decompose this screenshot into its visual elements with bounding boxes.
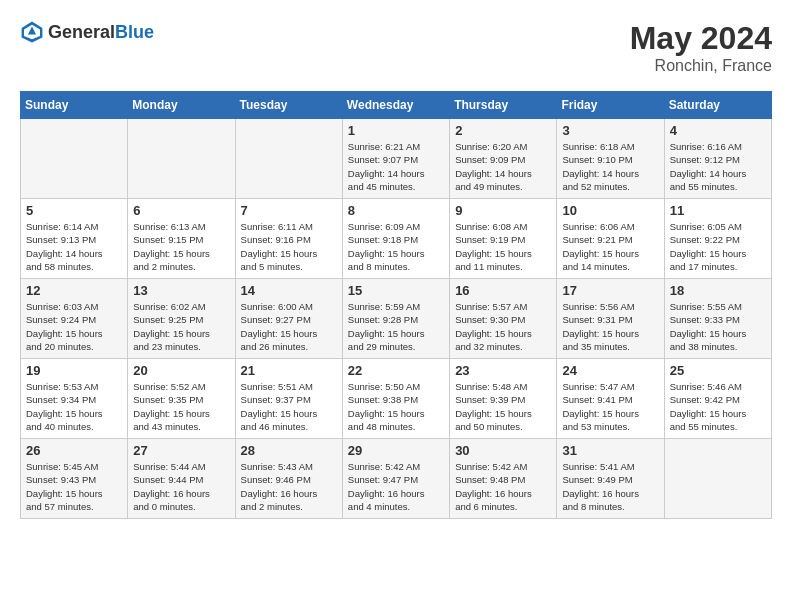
logo-icon bbox=[20, 20, 44, 44]
day-number: 20 bbox=[133, 363, 229, 378]
day-info: Sunrise: 6:03 AM Sunset: 9:24 PM Dayligh… bbox=[26, 300, 122, 353]
calendar-cell: 4Sunrise: 6:16 AM Sunset: 9:12 PM Daylig… bbox=[664, 119, 771, 199]
day-number: 24 bbox=[562, 363, 658, 378]
calendar-cell: 23Sunrise: 5:48 AM Sunset: 9:39 PM Dayli… bbox=[450, 359, 557, 439]
day-number: 1 bbox=[348, 123, 444, 138]
day-info: Sunrise: 6:14 AM Sunset: 9:13 PM Dayligh… bbox=[26, 220, 122, 273]
calendar-cell: 13Sunrise: 6:02 AM Sunset: 9:25 PM Dayli… bbox=[128, 279, 235, 359]
day-info: Sunrise: 5:59 AM Sunset: 9:28 PM Dayligh… bbox=[348, 300, 444, 353]
day-info: Sunrise: 5:56 AM Sunset: 9:31 PM Dayligh… bbox=[562, 300, 658, 353]
day-number: 17 bbox=[562, 283, 658, 298]
calendar-cell: 30Sunrise: 5:42 AM Sunset: 9:48 PM Dayli… bbox=[450, 439, 557, 519]
day-info: Sunrise: 6:20 AM Sunset: 9:09 PM Dayligh… bbox=[455, 140, 551, 193]
day-info: Sunrise: 5:51 AM Sunset: 9:37 PM Dayligh… bbox=[241, 380, 337, 433]
header-day-sunday: Sunday bbox=[21, 92, 128, 119]
day-number: 23 bbox=[455, 363, 551, 378]
day-number: 7 bbox=[241, 203, 337, 218]
day-number: 29 bbox=[348, 443, 444, 458]
calendar-cell: 10Sunrise: 6:06 AM Sunset: 9:21 PM Dayli… bbox=[557, 199, 664, 279]
day-number: 12 bbox=[26, 283, 122, 298]
header-day-wednesday: Wednesday bbox=[342, 92, 449, 119]
day-info: Sunrise: 6:08 AM Sunset: 9:19 PM Dayligh… bbox=[455, 220, 551, 273]
day-info: Sunrise: 5:42 AM Sunset: 9:47 PM Dayligh… bbox=[348, 460, 444, 513]
calendar-cell: 26Sunrise: 5:45 AM Sunset: 9:43 PM Dayli… bbox=[21, 439, 128, 519]
calendar-cell bbox=[21, 119, 128, 199]
day-number: 8 bbox=[348, 203, 444, 218]
header-day-friday: Friday bbox=[557, 92, 664, 119]
logo: GeneralBlue bbox=[20, 20, 154, 44]
day-number: 30 bbox=[455, 443, 551, 458]
day-number: 22 bbox=[348, 363, 444, 378]
day-number: 27 bbox=[133, 443, 229, 458]
calendar-cell: 5Sunrise: 6:14 AM Sunset: 9:13 PM Daylig… bbox=[21, 199, 128, 279]
calendar-cell bbox=[235, 119, 342, 199]
day-info: Sunrise: 6:21 AM Sunset: 9:07 PM Dayligh… bbox=[348, 140, 444, 193]
day-number: 5 bbox=[26, 203, 122, 218]
day-info: Sunrise: 6:13 AM Sunset: 9:15 PM Dayligh… bbox=[133, 220, 229, 273]
calendar-cell: 17Sunrise: 5:56 AM Sunset: 9:31 PM Dayli… bbox=[557, 279, 664, 359]
day-number: 11 bbox=[670, 203, 766, 218]
calendar-cell: 6Sunrise: 6:13 AM Sunset: 9:15 PM Daylig… bbox=[128, 199, 235, 279]
day-number: 13 bbox=[133, 283, 229, 298]
day-info: Sunrise: 6:06 AM Sunset: 9:21 PM Dayligh… bbox=[562, 220, 658, 273]
title-block: May 2024 Ronchin, France bbox=[630, 20, 772, 75]
day-number: 14 bbox=[241, 283, 337, 298]
day-number: 9 bbox=[455, 203, 551, 218]
day-number: 26 bbox=[26, 443, 122, 458]
calendar-cell: 9Sunrise: 6:08 AM Sunset: 9:19 PM Daylig… bbox=[450, 199, 557, 279]
day-number: 28 bbox=[241, 443, 337, 458]
calendar-cell: 2Sunrise: 6:20 AM Sunset: 9:09 PM Daylig… bbox=[450, 119, 557, 199]
calendar-cell: 27Sunrise: 5:44 AM Sunset: 9:44 PM Dayli… bbox=[128, 439, 235, 519]
calendar-cell: 24Sunrise: 5:47 AM Sunset: 9:41 PM Dayli… bbox=[557, 359, 664, 439]
day-info: Sunrise: 5:46 AM Sunset: 9:42 PM Dayligh… bbox=[670, 380, 766, 433]
day-info: Sunrise: 5:55 AM Sunset: 9:33 PM Dayligh… bbox=[670, 300, 766, 353]
day-number: 25 bbox=[670, 363, 766, 378]
day-number: 18 bbox=[670, 283, 766, 298]
calendar-week-row: 26Sunrise: 5:45 AM Sunset: 9:43 PM Dayli… bbox=[21, 439, 772, 519]
calendar-body: 1Sunrise: 6:21 AM Sunset: 9:07 PM Daylig… bbox=[21, 119, 772, 519]
calendar-week-row: 1Sunrise: 6:21 AM Sunset: 9:07 PM Daylig… bbox=[21, 119, 772, 199]
calendar-cell: 22Sunrise: 5:50 AM Sunset: 9:38 PM Dayli… bbox=[342, 359, 449, 439]
calendar-cell: 18Sunrise: 5:55 AM Sunset: 9:33 PM Dayli… bbox=[664, 279, 771, 359]
calendar-cell: 16Sunrise: 5:57 AM Sunset: 9:30 PM Dayli… bbox=[450, 279, 557, 359]
day-number: 10 bbox=[562, 203, 658, 218]
calendar-cell: 21Sunrise: 5:51 AM Sunset: 9:37 PM Dayli… bbox=[235, 359, 342, 439]
calendar-cell: 29Sunrise: 5:42 AM Sunset: 9:47 PM Dayli… bbox=[342, 439, 449, 519]
day-number: 31 bbox=[562, 443, 658, 458]
calendar-cell bbox=[128, 119, 235, 199]
header-day-thursday: Thursday bbox=[450, 92, 557, 119]
calendar-cell: 3Sunrise: 6:18 AM Sunset: 9:10 PM Daylig… bbox=[557, 119, 664, 199]
calendar-cell: 20Sunrise: 5:52 AM Sunset: 9:35 PM Dayli… bbox=[128, 359, 235, 439]
calendar-week-row: 19Sunrise: 5:53 AM Sunset: 9:34 PM Dayli… bbox=[21, 359, 772, 439]
logo-general-text: General bbox=[48, 22, 115, 42]
calendar-cell: 14Sunrise: 6:00 AM Sunset: 9:27 PM Dayli… bbox=[235, 279, 342, 359]
day-info: Sunrise: 5:41 AM Sunset: 9:49 PM Dayligh… bbox=[562, 460, 658, 513]
day-info: Sunrise: 5:53 AM Sunset: 9:34 PM Dayligh… bbox=[26, 380, 122, 433]
day-info: Sunrise: 5:57 AM Sunset: 9:30 PM Dayligh… bbox=[455, 300, 551, 353]
calendar-cell: 19Sunrise: 5:53 AM Sunset: 9:34 PM Dayli… bbox=[21, 359, 128, 439]
calendar-week-row: 12Sunrise: 6:03 AM Sunset: 9:24 PM Dayli… bbox=[21, 279, 772, 359]
calendar-cell: 28Sunrise: 5:43 AM Sunset: 9:46 PM Dayli… bbox=[235, 439, 342, 519]
calendar-cell bbox=[664, 439, 771, 519]
day-info: Sunrise: 6:05 AM Sunset: 9:22 PM Dayligh… bbox=[670, 220, 766, 273]
header-row: SundayMondayTuesdayWednesdayThursdayFrid… bbox=[21, 92, 772, 119]
calendar-cell: 31Sunrise: 5:41 AM Sunset: 9:49 PM Dayli… bbox=[557, 439, 664, 519]
day-info: Sunrise: 5:52 AM Sunset: 9:35 PM Dayligh… bbox=[133, 380, 229, 433]
day-info: Sunrise: 6:18 AM Sunset: 9:10 PM Dayligh… bbox=[562, 140, 658, 193]
day-number: 15 bbox=[348, 283, 444, 298]
calendar-cell: 7Sunrise: 6:11 AM Sunset: 9:16 PM Daylig… bbox=[235, 199, 342, 279]
day-number: 3 bbox=[562, 123, 658, 138]
calendar-week-row: 5Sunrise: 6:14 AM Sunset: 9:13 PM Daylig… bbox=[21, 199, 772, 279]
day-number: 4 bbox=[670, 123, 766, 138]
calendar-cell: 12Sunrise: 6:03 AM Sunset: 9:24 PM Dayli… bbox=[21, 279, 128, 359]
day-number: 16 bbox=[455, 283, 551, 298]
logo-blue-text: Blue bbox=[115, 22, 154, 42]
day-info: Sunrise: 6:11 AM Sunset: 9:16 PM Dayligh… bbox=[241, 220, 337, 273]
calendar-table: SundayMondayTuesdayWednesdayThursdayFrid… bbox=[20, 91, 772, 519]
day-info: Sunrise: 5:45 AM Sunset: 9:43 PM Dayligh… bbox=[26, 460, 122, 513]
header-day-saturday: Saturday bbox=[664, 92, 771, 119]
day-info: Sunrise: 6:09 AM Sunset: 9:18 PM Dayligh… bbox=[348, 220, 444, 273]
header-day-tuesday: Tuesday bbox=[235, 92, 342, 119]
day-number: 2 bbox=[455, 123, 551, 138]
day-info: Sunrise: 5:42 AM Sunset: 9:48 PM Dayligh… bbox=[455, 460, 551, 513]
